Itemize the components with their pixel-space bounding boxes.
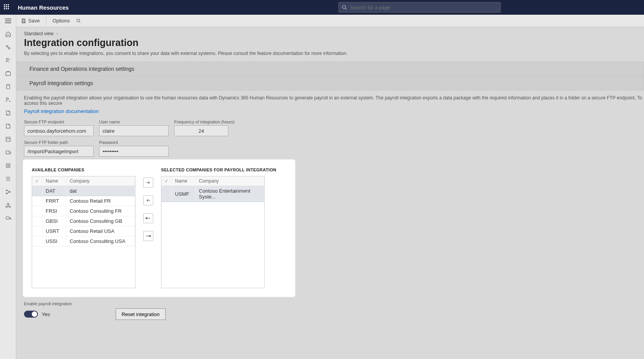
left-nav-rail: [0, 15, 16, 359]
svg-rect-34: [149, 236, 149, 237]
cell-name: GBSI: [43, 216, 67, 226]
table-row[interactable]: FRRTContoso Retail FR: [32, 196, 135, 206]
cell-name: USSI: [43, 236, 67, 246]
nav-icon-10[interactable]: [4, 162, 12, 169]
nav-icon-3[interactable]: [4, 70, 12, 77]
nav-icon-4[interactable]: [4, 83, 12, 91]
row-checkbox[interactable]: [32, 226, 43, 236]
select-all-selected[interactable]: ✓: [161, 176, 172, 186]
svg-point-17: [6, 190, 7, 191]
svg-rect-6: [6, 72, 10, 75]
selected-companies-grid[interactable]: ✓ Name Company USMFContoso Entertainment…: [161, 176, 265, 288]
save-button[interactable]: Save: [21, 18, 40, 24]
enable-payroll-toggle[interactable]: [24, 311, 38, 318]
row-checkbox[interactable]: [32, 196, 43, 206]
nav-icon-5[interactable]: [4, 96, 12, 104]
nav-icon-13[interactable]: [4, 201, 12, 209]
col-company[interactable]: Company: [67, 176, 135, 186]
svg-point-9: [6, 98, 8, 100]
svg-rect-10: [6, 137, 10, 142]
svg-point-18: [6, 193, 7, 194]
password-input[interactable]: [99, 146, 169, 157]
nav-icon-12[interactable]: [4, 188, 12, 196]
cell-company: Contoso Retail USA: [67, 226, 135, 236]
endpoint-input[interactable]: [24, 125, 94, 136]
cell-company: Contoso Consulting USA: [67, 236, 135, 246]
username-input[interactable]: [99, 125, 169, 136]
move-all-left-button[interactable]: [143, 231, 153, 241]
row-checkbox[interactable]: [32, 216, 43, 226]
save-label: Save: [28, 18, 40, 24]
view-selector[interactable]: Standard view: [24, 31, 644, 36]
section-payroll[interactable]: Payroll integration settings: [16, 76, 644, 91]
select-all-available[interactable]: ✓: [32, 176, 43, 186]
cell-company: Contoso Consulting GB: [67, 216, 135, 226]
section-finops[interactable]: Finance and Operations integration setti…: [16, 62, 644, 76]
cell-name: DAT: [43, 186, 67, 196]
save-icon: [21, 18, 26, 24]
row-checkbox[interactable]: [32, 186, 43, 196]
password-label: Password: [99, 140, 169, 145]
col-company-sel[interactable]: Company: [196, 176, 264, 186]
hamburger-icon[interactable]: [4, 17, 12, 25]
search-input[interactable]: [350, 5, 497, 10]
svg-point-19: [9, 191, 10, 193]
table-row[interactable]: USSIContoso Consulting USA: [32, 236, 135, 246]
nav-icon-7[interactable]: [4, 122, 12, 130]
svg-point-5: [6, 58, 8, 60]
svg-rect-31: [147, 218, 147, 219]
nav-icon-6[interactable]: [4, 109, 12, 117]
svg-point-22: [9, 206, 10, 207]
table-row[interactable]: FRSIContoso Consulting FR: [32, 206, 135, 216]
folder-input[interactable]: [24, 146, 94, 157]
svg-rect-25: [23, 21, 25, 22]
move-left-button[interactable]: [143, 195, 153, 205]
row-checkbox[interactable]: [32, 236, 43, 246]
cell-name: USRT: [43, 226, 67, 236]
view-label: Standard view: [24, 31, 53, 36]
payroll-doc-link[interactable]: Payroll integration documentation: [24, 108, 99, 114]
cell-name: USMF: [172, 186, 196, 202]
home-icon[interactable]: [4, 30, 12, 38]
nav-icon-2[interactable]: [4, 56, 12, 64]
cell-company: Contoso Consulting FR: [67, 206, 135, 216]
move-right-button[interactable]: [143, 178, 153, 188]
search-command[interactable]: [76, 18, 81, 24]
col-name-sel[interactable]: Name: [172, 176, 196, 186]
svg-point-21: [6, 206, 7, 207]
table-row[interactable]: USRTContoso Retail USA: [32, 226, 135, 236]
move-all-right-button[interactable]: [143, 213, 153, 223]
table-row[interactable]: DATdat: [32, 186, 135, 196]
global-search[interactable]: [338, 2, 501, 13]
enable-payroll-value: Yes: [42, 311, 50, 317]
table-row[interactable]: USMFContoso Entertainment Syste...: [161, 186, 264, 202]
nav-icon-1[interactable]: [4, 43, 12, 51]
available-companies-heading: AVAILABLE COMPANIES: [32, 168, 135, 172]
row-checkbox[interactable]: [161, 186, 172, 202]
cell-company: dat: [67, 186, 135, 196]
search-icon: [342, 5, 347, 10]
svg-rect-7: [7, 84, 10, 89]
nav-icon-9[interactable]: [4, 149, 12, 156]
selected-companies-heading: SELECTED COMPANIES FOR PAYROLL INTEGRATI…: [161, 168, 276, 172]
svg-line-1: [345, 8, 347, 10]
col-name[interactable]: Name: [43, 176, 67, 186]
chevron-down-icon: [55, 32, 59, 36]
row-checkbox[interactable]: [32, 206, 43, 216]
page-description: By selecting yes to enable integrations,…: [24, 51, 644, 56]
nav-icon-11[interactable]: [4, 175, 12, 183]
frequency-input[interactable]: [174, 125, 228, 136]
payroll-help-text: Enabling the payroll integration allows …: [24, 95, 644, 106]
reset-integration-button[interactable]: Reset integration: [116, 308, 165, 320]
svg-point-0: [343, 5, 346, 9]
svg-line-4: [7, 47, 9, 48]
options-button[interactable]: Options: [53, 18, 70, 24]
endpoint-label: Secure FTP endpoint: [24, 120, 94, 124]
table-row[interactable]: GBSIContoso Consulting GB: [32, 216, 135, 226]
svg-rect-12: [6, 151, 9, 154]
app-launcher-icon[interactable]: [4, 4, 10, 10]
available-companies-grid[interactable]: ✓ Name Company DATdatFRRTContoso Retail …: [32, 176, 135, 288]
svg-rect-35: [150, 236, 151, 237]
nav-icon-8[interactable]: [4, 135, 12, 143]
nav-icon-14[interactable]: [4, 214, 12, 222]
